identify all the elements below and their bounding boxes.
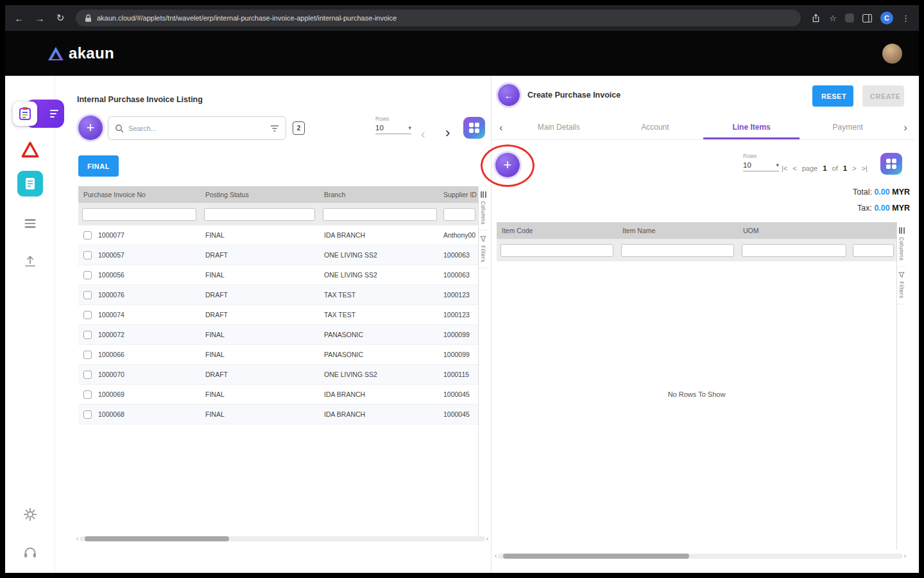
site-lock-icon[interactable] [85, 14, 92, 22]
bookmark-star-icon[interactable]: ☆ [829, 13, 837, 23]
row-checkbox[interactable] [83, 371, 92, 379]
table-row[interactable]: 1000056FINALONE LIVING SS21000063 [78, 265, 478, 285]
rows-per-page-control[interactable]: Rows 10 ▾ [375, 116, 411, 134]
back-button[interactable]: ← [498, 84, 520, 106]
caret-down-icon: ▾ [776, 162, 779, 168]
col-header-purchase-invoice-no[interactable]: Purchase Invoice No [78, 191, 200, 198]
table-row[interactable]: 1000076DRAFTTAX TEST1000123 [78, 285, 478, 305]
columns-side-tab[interactable]: Columns [479, 186, 488, 231]
filter-list-icon[interactable] [270, 125, 279, 132]
filter-input-uom[interactable] [742, 244, 846, 257]
scrollbar-track[interactable] [80, 536, 484, 541]
tabs-scroll-left-icon[interactable]: ‹ [492, 121, 511, 134]
table-row[interactable]: 1000074DRAFTTAX TEST1000123 [78, 305, 478, 325]
brand-logo[interactable]: akaun [47, 44, 114, 62]
filter-input-item-code[interactable] [501, 244, 613, 257]
rows-per-page-control[interactable]: Rows 10 ▾ [743, 153, 779, 171]
table-row[interactable]: 1000072FINALPANASONIC1000099 [78, 325, 478, 345]
tab-line-items[interactable]: Line Items [703, 116, 800, 139]
col-header-supplier-id[interactable]: Supplier ID [441, 191, 478, 198]
browser-back-icon[interactable]: ← [14, 13, 24, 24]
address-bar[interactable]: akaun.cloud/#/applets/tnt/wavelet/erp/in… [76, 10, 801, 26]
row-checkbox[interactable] [83, 231, 92, 240]
tabs-scroll-right-icon[interactable]: › [896, 121, 915, 134]
filters-side-tab[interactable]: Filters [897, 267, 906, 304]
filter-input-clipped[interactable] [853, 244, 894, 257]
filter-input-branch[interactable] [323, 208, 437, 221]
create-button[interactable]: CREATE [862, 85, 904, 107]
sidebar-item-support[interactable] [23, 546, 37, 558]
browser-menu-icon[interactable]: ⋮ [902, 13, 910, 23]
search-input[interactable] [128, 125, 266, 132]
prev-page-button[interactable]: < [792, 164, 796, 172]
side-panel-icon[interactable] [862, 14, 872, 22]
col-header-branch[interactable]: Branch [319, 191, 441, 198]
filter-input-item-name[interactable] [621, 244, 734, 257]
browser-forward-icon[interactable]: → [35, 13, 45, 24]
last-page-button[interactable]: >| [862, 164, 868, 172]
add-line-item-button[interactable]: + [495, 153, 520, 177]
filter-input-supplier-id[interactable] [443, 208, 475, 221]
final-filter-button[interactable]: FINAL [78, 155, 119, 177]
tab-account[interactable]: Account [607, 116, 703, 139]
first-page-button[interactable]: |< [782, 164, 787, 172]
document-icon [17, 171, 43, 197]
row-checkbox[interactable] [83, 291, 92, 299]
prev-page-icon[interactable]: ‹ [421, 127, 425, 140]
scrollbar-track[interactable] [498, 554, 902, 559]
pages-icon[interactable]: 2 [293, 121, 305, 135]
sidebar-item-document[interactable] [17, 171, 43, 197]
table-row[interactable]: 1000068FINALIDA BRANCH1000045 [78, 405, 478, 425]
tab-payment[interactable]: Payment [800, 116, 896, 139]
funnel-icon [480, 236, 486, 242]
columns-side-tab[interactable]: Columns [897, 222, 906, 267]
row-checkbox[interactable] [83, 351, 92, 359]
table-row[interactable]: 1000077FINALIDA BRANCHAnthony00 [78, 225, 478, 245]
col-header-item-name[interactable]: Item Name [617, 227, 738, 234]
browser-reload-icon[interactable]: ↻ [55, 12, 65, 24]
table-row[interactable]: 1000070DRAFTONE LIVING SS21000115 [78, 365, 478, 385]
filters-side-tab[interactable]: Filters [479, 231, 488, 268]
extensions-icon[interactable] [845, 13, 854, 22]
sidebar-item-list[interactable] [24, 217, 35, 230]
share-icon[interactable] [811, 13, 821, 23]
scroll-left-icon[interactable]: ‹ [76, 536, 78, 542]
row-checkbox[interactable] [83, 311, 92, 319]
grid-icon [469, 123, 480, 134]
filter-input-posting-status[interactable] [204, 208, 315, 221]
applet-colorful-icon [13, 101, 37, 126]
scroll-right-icon[interactable]: › [486, 536, 488, 542]
cell-posting_status: DRAFT [200, 251, 319, 259]
table-row[interactable]: 1000057DRAFTONE LIVING SS21000063 [78, 245, 478, 265]
sidebar-item-pdf[interactable] [21, 141, 39, 158]
cell-invoice_no: 1000056 [78, 271, 200, 279]
table-row[interactable]: 1000066FINALPANASONIC1000099 [78, 345, 478, 365]
next-page-button[interactable]: > [852, 164, 856, 172]
scroll-left-icon[interactable]: ‹ [495, 553, 497, 559]
col-header-posting-status[interactable]: Posting Status [200, 191, 319, 198]
row-checkbox[interactable] [83, 251, 92, 259]
tab-main-details[interactable]: Main Details [511, 116, 607, 139]
sidebar-item-settings[interactable] [23, 507, 37, 521]
row-checkbox[interactable] [83, 410, 92, 419]
reset-button[interactable]: RESET [812, 85, 853, 107]
scroll-right-icon[interactable]: › [904, 553, 906, 559]
table-row[interactable]: 1000069FINALIDA BRANCH1000045 [78, 385, 478, 405]
sidebar-item-upload[interactable] [23, 254, 37, 268]
browser-profile-avatar[interactable]: C [880, 12, 893, 24]
scrollbar-thumb[interactable] [503, 554, 689, 559]
user-avatar[interactable] [882, 44, 902, 64]
row-checkbox[interactable] [83, 271, 92, 279]
horizontal-scrollbar: ‹ › [495, 552, 906, 560]
col-header-uom[interactable]: UOM [738, 227, 850, 234]
row-checkbox[interactable] [83, 390, 92, 399]
filter-input-invoice-no[interactable] [82, 208, 196, 221]
row-checkbox[interactable] [83, 331, 92, 339]
scrollbar-thumb[interactable] [85, 536, 229, 541]
grid-view-button[interactable] [463, 117, 485, 139]
grid-view-button[interactable] [880, 153, 902, 175]
col-header-item-code[interactable]: Item Code [497, 227, 617, 234]
add-invoice-button[interactable]: + [78, 116, 103, 140]
sidebar-item-active-applet[interactable] [13, 99, 64, 128]
next-page-icon[interactable]: › [445, 126, 450, 140]
